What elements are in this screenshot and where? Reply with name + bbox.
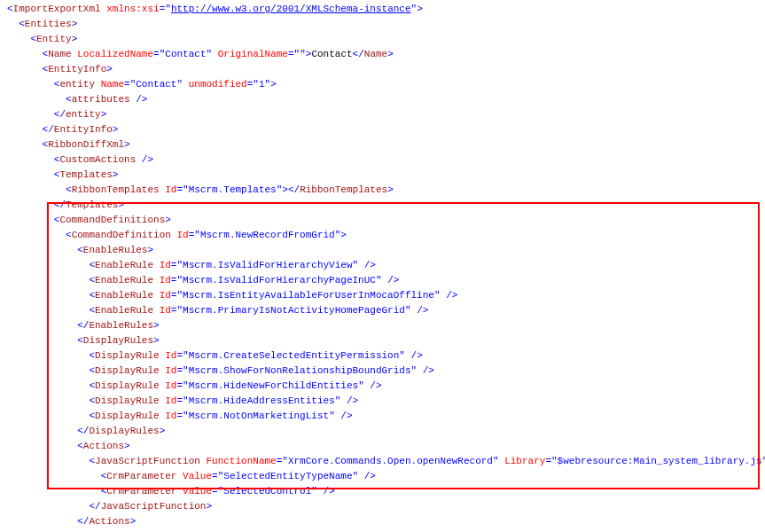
code-line: </entity>	[0, 107, 765, 122]
xml-code-block: <ImportExportXml xmlns:xsi="http://www.w…	[0, 2, 765, 532]
code-line: <DisplayRules>	[0, 333, 765, 348]
code-line: <RibbonDiffXml>	[0, 137, 765, 153]
code-line: <DisplayRule Id="Mscrm.HideAddressEntiti…	[0, 394, 765, 409]
code-line: <EnableRule Id="Mscrm.PrimaryIsNotActivi…	[0, 303, 765, 318]
code-line: </Actions>	[0, 514, 765, 529]
code-line: <EnableRules>	[0, 243, 765, 258]
code-line: <JavaScriptFunction FunctionName="XrmCor…	[0, 454, 765, 469]
code-line: <Name LocalizedName="Contact" OriginalNa…	[0, 47, 765, 62]
code-line: <Entities>	[0, 17, 765, 32]
code-line: <Templates>	[0, 168, 765, 183]
code-line: <CustomActions />	[0, 153, 765, 168]
code-line: <EnableRule Id="Mscrm.IsValidForHierarch…	[0, 273, 765, 288]
code-line: <ImportExportXml xmlns:xsi="http://www.w…	[0, 2, 765, 17]
code-line: <Actions>	[0, 439, 765, 454]
code-line: <attributes />	[0, 92, 765, 107]
code-line: <DisplayRule Id="Mscrm.NotOnMarketingLis…	[0, 409, 765, 424]
code-line: </Templates>	[0, 198, 765, 213]
code-line: <DisplayRule Id="Mscrm.CreateSelectedEnt…	[0, 348, 765, 364]
code-line: <CommandDefinitions>	[0, 213, 765, 228]
code-line: <CrmParameter Value="SelectedControl" />	[0, 484, 765, 499]
code-line: </EntityInfo>	[0, 122, 765, 137]
code-line: <EnableRule Id="Mscrm.IsValidForHierarch…	[0, 258, 765, 273]
code-line: <CommandDefinition Id="Mscrm.NewRecordFr…	[0, 228, 765, 243]
code-line: <DisplayRule Id="Mscrm.HideNewForChildEn…	[0, 379, 765, 394]
code-line: <Entity>	[0, 32, 765, 47]
code-line: </JavaScriptFunction>	[0, 499, 765, 514]
code-line: <EnableRule Id="Mscrm.IsEntityAvailableF…	[0, 288, 765, 303]
code-line: <CrmParameter Value="SelectedEntityTypeN…	[0, 469, 765, 484]
code-line: <entity Name="Contact" unmodified="1">	[0, 77, 765, 92]
code-line: </DisplayRules>	[0, 424, 765, 439]
code-line: <DisplayRule Id="Mscrm.ShowForNonRelatio…	[0, 364, 765, 379]
code-line: </EnableRules>	[0, 318, 765, 333]
code-line: <EntityInfo>	[0, 62, 765, 77]
code-line: <RibbonTemplates Id="Mscrm.Templates"></…	[0, 183, 765, 198]
